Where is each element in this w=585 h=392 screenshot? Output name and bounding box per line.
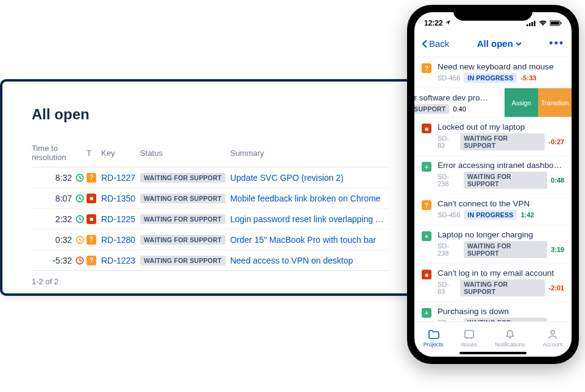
sla-time: 3:19 — [551, 246, 564, 253]
col-type[interactable]: T — [87, 140, 101, 167]
transition-button[interactable]: Transition — [538, 88, 572, 117]
issue-key-link[interactable]: RD-1223 — [101, 256, 135, 265]
svg-rect-6 — [529, 23, 531, 26]
list-item[interactable]: ? Can't connect to the VPN SD-456 IN PRO… — [414, 194, 572, 225]
chevron-left-icon — [422, 40, 428, 48]
nav-title-text: All open — [477, 38, 513, 49]
issue-key-link[interactable]: RD-1350 — [101, 194, 135, 203]
projects-icon — [427, 328, 439, 340]
plus-icon: + — [422, 231, 431, 241]
svg-rect-5 — [526, 24, 528, 26]
issue-key-link[interactable]: RD-1280 — [101, 235, 135, 245]
queue-table: Time to resolution T Key Status Summary … — [32, 140, 389, 271]
issue-title: Laptop no longer charging — [438, 230, 564, 239]
issue-summary-link[interactable]: Login password reset link overlapping ot… — [230, 214, 389, 224]
issue-title: Can't log in to my email account — [438, 268, 564, 278]
location-icon — [445, 19, 451, 26]
status-badge: IN PROGRESS — [464, 210, 517, 220]
chevron-down-icon — [516, 42, 522, 46]
question-icon: ? — [422, 63, 431, 73]
phone-screen: 12:22 Back All open ••• ? Need new key — [414, 12, 572, 357]
tab-label: Account — [543, 341, 563, 348]
list-item[interactable]: ? Need new keyboard and mouse SD-456 IN … — [414, 57, 572, 88]
sla-time: 0:40 — [453, 105, 466, 113]
status-badge: OR SUPPORT — [414, 104, 449, 114]
stop-icon: ■ — [422, 270, 431, 279]
issue-title: Need new keyboard and mouse — [438, 62, 564, 71]
col-summary[interactable]: Summary — [230, 140, 389, 167]
list-item[interactable]: + Laptop no longer charging SD-238 WAITI… — [414, 225, 572, 264]
assign-button[interactable]: Assign — [505, 88, 538, 117]
status-badge: WAITING FOR SUPPORT — [460, 133, 545, 150]
sla-time: -5:32 — [52, 256, 72, 265]
issue-key: SD-83 — [438, 281, 456, 295]
svg-rect-12 — [465, 331, 473, 338]
svg-rect-11 — [561, 23, 562, 24]
list-item[interactable]: ■ Can't log in to my email account SD-83… — [414, 264, 572, 302]
status-badge: WAITING FOR SUPPORT — [460, 279, 545, 296]
nav-bar: Back All open ••• — [414, 30, 572, 57]
issue-key-link[interactable]: RD-1227 — [101, 173, 135, 183]
tab-label: Projects — [424, 341, 444, 348]
issue-key: SD-456 — [438, 74, 460, 82]
status-badge: IN PROGRESS — [464, 73, 517, 83]
table-row[interactable]: 8:32 ? RD-1227 WAITING FOR SUPPORT Updat… — [32, 167, 389, 188]
tab-notifications[interactable]: Notifications — [495, 328, 525, 348]
col-time[interactable]: Time to resolution — [32, 140, 87, 167]
battery-icon — [550, 20, 562, 26]
table-row[interactable]: 2:32 ■ RD-1225 WAITING FOR SUPPORT Login… — [32, 209, 389, 229]
back-label: Back — [429, 38, 449, 49]
sla-time: 8:07 — [55, 194, 72, 203]
status-badge: WAITING FOR SUPPORT — [464, 172, 547, 189]
issue-key: SD-83 — [438, 135, 456, 149]
plus-icon: + — [422, 162, 431, 172]
issue-title: Locked out of my laptop — [438, 122, 564, 131]
issue-key-link[interactable]: RD-1225 — [101, 214, 135, 224]
issue-list[interactable]: ? Need new keyboard and mouse SD-456 IN … — [414, 57, 572, 321]
tab-account[interactable]: Account — [543, 328, 563, 348]
col-status[interactable]: Status — [140, 140, 230, 167]
status-time: 12:22 — [424, 19, 443, 27]
issue-summary-link[interactable]: Mobile feedback link broken on Chrome — [230, 194, 381, 203]
svg-rect-8 — [534, 21, 536, 26]
signal-icon — [526, 20, 536, 26]
table-row[interactable]: 8:07 ■ RD-1350 WAITING FOR SUPPORT Mobil… — [32, 188, 389, 209]
col-key[interactable]: Key — [101, 140, 140, 167]
sla-time: 0:48 — [551, 177, 564, 184]
tab-issues[interactable]: Issues — [461, 328, 477, 348]
issue-summary-link[interactable]: Need access to VPN on desktop — [230, 256, 353, 265]
status-badge: WAITING FOR SUPPORT — [140, 256, 225, 265]
status-badge: WAITING FOR SUPPORT — [140, 194, 225, 203]
svg-rect-7 — [531, 22, 533, 26]
sla-time: -2:01 — [548, 284, 564, 292]
stop-icon: ■ — [422, 124, 431, 133]
status-badge: WAITING FOR SUPPORT — [464, 318, 547, 321]
tab-label: Notifications — [495, 341, 525, 348]
stop-icon: ■ — [87, 214, 96, 224]
issue-title: Purchasing is down — [438, 307, 564, 316]
issue-key: SD-238 — [438, 319, 460, 321]
issue-summary-link[interactable]: Order 15" MacBook Pro with touch bar — [230, 235, 376, 245]
issue-title: Error accessing intranet dashboard — [438, 161, 564, 170]
queue-title: All open — [32, 106, 389, 123]
list-item[interactable]: + Error accessing intranet dashboard SD-… — [414, 156, 572, 194]
list-item-swiped[interactable]: y our software dev product OR SUPPORT 0:… — [414, 88, 572, 117]
issue-key: SD-456 — [438, 211, 460, 219]
status-badge: WAITING FOR SUPPORT — [140, 214, 225, 224]
nav-title-dropdown[interactable]: All open — [477, 38, 522, 49]
svg-point-13 — [551, 331, 555, 334]
back-button[interactable]: Back — [422, 38, 449, 49]
notifications-icon — [504, 328, 516, 340]
table-row[interactable]: -5:32 ? RD-1223 WAITING FOR SUPPORT Need… — [32, 250, 389, 271]
issues-icon — [463, 328, 475, 340]
list-item[interactable]: ■ Locked out of my laptop SD-83 WAITING … — [414, 117, 572, 156]
table-row[interactable]: 0:32 ? RD-1280 WAITING FOR SUPPORT Order… — [32, 229, 389, 250]
status-badge: WAITING FOR SUPPORT — [464, 241, 547, 258]
more-button[interactable]: ••• — [549, 37, 564, 50]
tab-projects[interactable]: Projects — [424, 328, 444, 348]
list-item[interactable]: + Purchasing is down SD-238 WAITING FOR … — [414, 302, 572, 321]
pager-text: 1-2 of 2 — [32, 277, 389, 286]
issue-summary-link[interactable]: Update SVC GPO (revision 2) — [230, 173, 344, 183]
issue-title: y our software dev product — [414, 93, 492, 102]
issue-title: Can't connect to the VPN — [438, 199, 564, 208]
